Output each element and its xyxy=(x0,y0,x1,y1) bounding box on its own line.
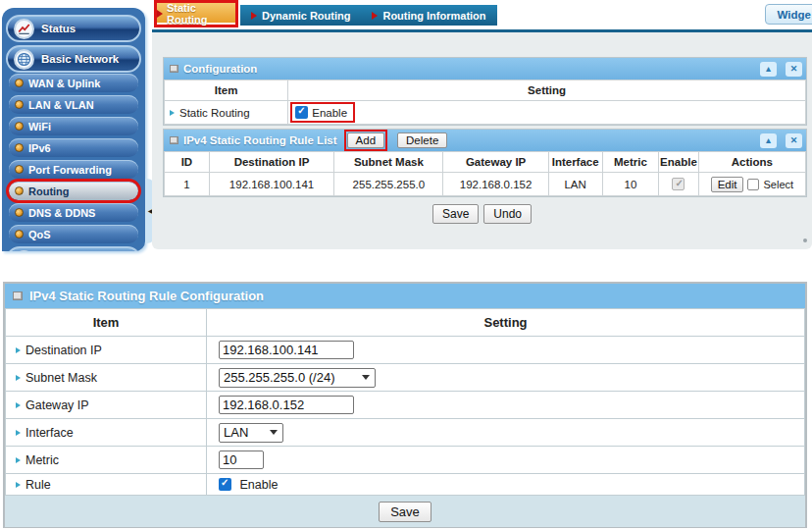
tab-static-routing[interactable]: Static Routing xyxy=(154,0,238,27)
save-undo-row: Save Undo xyxy=(152,204,812,224)
table-row: Rule Enable xyxy=(6,474,805,496)
rule-configuration-header: IPv4 Static Routing Rule Configuration xyxy=(5,284,805,308)
column-header-metric: Metric xyxy=(602,152,659,173)
field-label-cell: Destination IP xyxy=(6,337,207,364)
destination-ip-input[interactable] xyxy=(219,341,354,359)
sidebar-item-wifi[interactable]: WiFi xyxy=(9,117,138,135)
widget-button[interactable]: Widge xyxy=(765,4,812,25)
interface-value: LAN xyxy=(224,425,248,440)
row-arrow-icon xyxy=(170,110,175,116)
delete-button[interactable]: Delete xyxy=(397,132,447,148)
sidebar-item-lan-vlan[interactable]: LAN & VLAN xyxy=(9,95,138,114)
bullet-icon xyxy=(15,100,24,109)
bullet-icon xyxy=(15,186,24,195)
field-setting-cell xyxy=(207,337,805,364)
subnet-mask-select[interactable]: 255.255.255.0 (/24) xyxy=(219,368,376,388)
tab-label: Routing Information xyxy=(382,10,485,22)
globe-icon xyxy=(14,49,34,70)
undo-button[interactable]: Undo xyxy=(483,204,532,224)
interface-select[interactable]: LAN xyxy=(219,423,283,443)
field-label: Metric xyxy=(25,453,59,467)
chevron-down-icon xyxy=(270,430,278,435)
field-setting-cell: 255.255.255.0 (/24) xyxy=(207,364,805,392)
rule-configuration-table: Item Setting Destination IP Subnet Mask … xyxy=(5,308,805,496)
tab-arrow-icon xyxy=(251,12,257,20)
column-header-subnet-mask: Subnet Mask xyxy=(334,152,443,173)
panel-window-icon xyxy=(170,136,178,144)
tab-routing-information[interactable]: Routing Information xyxy=(361,5,496,26)
sidebar-item-port-forwarding[interactable]: Port Forwarding xyxy=(9,160,138,179)
column-header-gateway-ip: Gateway IP xyxy=(443,152,548,173)
select-checkbox[interactable] xyxy=(747,179,759,190)
sidebar-group-object-definition[interactable]: Object Definition xyxy=(6,246,141,251)
field-label: Gateway IP xyxy=(25,398,89,412)
panel-collapse-button[interactable]: ▴ xyxy=(760,133,777,148)
rule-list-panel-header: IPv4 Static Routing Rule List Add Delete… xyxy=(164,130,806,151)
bullet-icon xyxy=(15,230,24,238)
column-header-actions: Actions xyxy=(698,152,805,173)
sidebar-group-label: Status xyxy=(41,23,76,34)
highlight-box: Add xyxy=(344,130,387,151)
sidebar-item-label: Port Forwarding xyxy=(28,164,112,176)
table-row: Interface LAN xyxy=(6,419,805,447)
column-header-destination-ip: Destination IP xyxy=(209,152,334,173)
rule-enabled-checkbox xyxy=(672,178,685,190)
sidebar-item-label: QoS xyxy=(28,229,51,240)
cell-metric: 10 xyxy=(602,173,659,196)
gateway-ip-input[interactable] xyxy=(219,396,354,414)
resize-gripper xyxy=(803,238,807,242)
tab-bar: Dynamic Routing Routing Information xyxy=(240,5,497,26)
rule-enable-checkbox[interactable] xyxy=(219,478,231,491)
cell-actions: Edit Select xyxy=(698,173,805,196)
save-button[interactable]: Save xyxy=(379,502,431,522)
add-button[interactable]: Add xyxy=(347,132,384,148)
panel-close-button[interactable]: ✕ xyxy=(786,133,802,148)
rule-configuration-panel: IPv4 Static Routing Rule Configuration I… xyxy=(3,282,807,528)
panel-collapse-button[interactable]: ▴ xyxy=(760,62,777,77)
subnet-mask-value: 255.255.255.0 (/24) xyxy=(224,370,334,385)
rule-configuration-footer: Save xyxy=(5,496,805,527)
metric-input[interactable] xyxy=(219,450,264,469)
sidebar-group-basic-network[interactable]: Basic Network xyxy=(6,45,141,73)
column-header-setting: Setting xyxy=(288,80,806,101)
row-arrow-icon xyxy=(16,457,21,463)
column-header-item: Item xyxy=(6,309,207,337)
row-arrow-icon xyxy=(16,347,21,353)
field-label: Interface xyxy=(25,426,74,440)
table-row: Metric xyxy=(6,447,805,474)
row-arrow-icon xyxy=(16,430,21,436)
main-area: Static Routing Dynamic Routing Routing I… xyxy=(152,0,812,251)
sidebar-item-qos[interactable]: QoS xyxy=(9,225,138,243)
config-row-label-cell: Static Routing xyxy=(165,101,288,125)
panel-title: IPv4 Static Routing Rule List xyxy=(183,134,337,146)
bullet-icon xyxy=(15,165,24,174)
field-setting-cell: Enable xyxy=(207,474,805,496)
enable-label: Enable xyxy=(312,107,347,119)
field-label-cell: Gateway IP xyxy=(6,392,207,419)
row-arrow-icon xyxy=(16,402,21,408)
panel-title: Configuration xyxy=(183,63,257,75)
sidebar-item-dns-ddns[interactable]: DNS & DDNS xyxy=(9,203,138,222)
save-button[interactable]: Save xyxy=(432,204,479,224)
tab-arrow-icon xyxy=(157,10,163,18)
sidebar-item-wan-uplink[interactable]: WAN & Uplink xyxy=(9,74,138,92)
column-header-interface: Interface xyxy=(548,152,602,173)
status-chart-icon xyxy=(14,19,34,39)
sidebar-group-status[interactable]: Status xyxy=(6,15,141,42)
static-routing-enable-checkbox[interactable] xyxy=(295,106,308,119)
cell-subnet-mask: 255.255.255.0 xyxy=(334,173,443,196)
sidebar-item-label: WiFi xyxy=(28,121,51,132)
tab-dynamic-routing[interactable]: Dynamic Routing xyxy=(240,5,361,26)
panel-close-button[interactable]: ✕ xyxy=(786,62,802,77)
enable-label: Enable xyxy=(239,478,278,492)
field-label-cell: Metric xyxy=(6,447,207,474)
table-row: Destination IP xyxy=(6,337,805,364)
chevron-down-icon xyxy=(362,375,370,380)
sidebar-item-ipv6[interactable]: IPv6 xyxy=(9,138,138,157)
sidebar-group-label: Basic Network xyxy=(41,53,119,65)
cell-destination-ip: 192.168.100.141 xyxy=(209,173,334,196)
edit-button[interactable]: Edit xyxy=(711,177,744,192)
widget-button-label: Widge xyxy=(778,9,811,21)
sidebar-item-routing[interactable]: Routing xyxy=(9,182,138,200)
table-row: Gateway IP xyxy=(6,392,805,419)
